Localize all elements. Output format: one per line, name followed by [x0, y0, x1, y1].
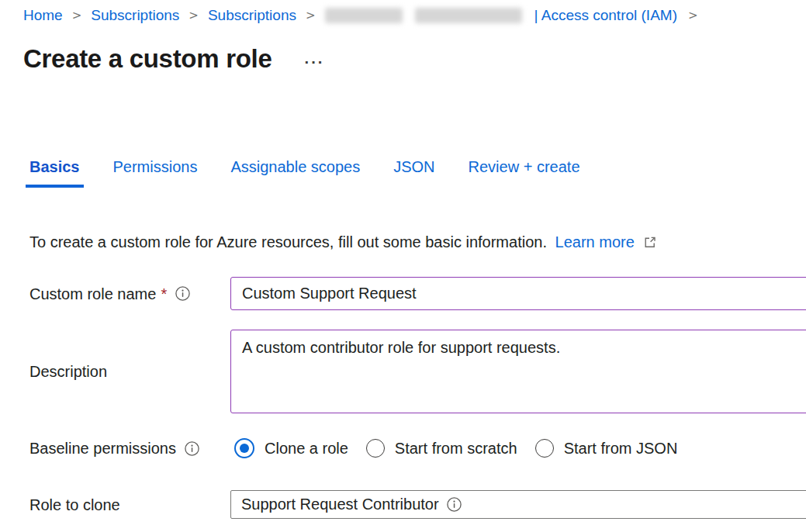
baseline-permissions-row: Baseline permissions Clone a role — [29, 434, 806, 462]
page-header: Create a custom role ··· — [23, 43, 806, 74]
description-textarea[interactable]: A custom contributor role for support re… — [230, 330, 806, 413]
redacted-subscription-name — [415, 8, 522, 23]
role-to-clone-label: Role to clone — [29, 495, 120, 515]
chevron-right-icon: > — [72, 6, 82, 25]
role-to-clone-field: Support Request Contributor — [230, 490, 806, 519]
role-to-clone-value: Support Request Contributor — [241, 496, 439, 513]
breadcrumb-home[interactable]: Home — [23, 6, 63, 25]
description-label-group: Description — [29, 361, 230, 382]
redacted-subscription-name — [325, 8, 403, 23]
radio-label: Clone a role — [265, 440, 348, 458]
tab-basics[interactable]: Basics — [26, 157, 84, 188]
required-asterisk: * — [161, 284, 167, 304]
intro-text: To create a custom role for Azure resour… — [29, 233, 547, 250]
role-to-clone-row: Role to clone Support Request Contributo… — [29, 490, 806, 519]
tab-bar: Basics Permissions Assignable scopes JSO… — [26, 157, 806, 188]
create-custom-role-page: Home > Subscriptions > Subscriptions > |… — [0, 0, 806, 519]
radio-label: Start from scratch — [395, 440, 517, 458]
intro-paragraph: To create a custom role for Azure resour… — [29, 232, 806, 253]
radio-label: Start from JSON — [564, 440, 678, 458]
radio-clone-a-role[interactable]: Clone a role — [234, 438, 348, 458]
description-row: Description A custom contributor role fo… — [29, 330, 806, 413]
chevron-right-icon: > — [688, 6, 698, 25]
learn-more-link[interactable]: Learn more — [555, 233, 635, 250]
breadcrumb: Home > Subscriptions > Subscriptions > |… — [23, 6, 806, 25]
chevron-right-icon: > — [306, 6, 316, 25]
breadcrumb-subscriptions-2[interactable]: Subscriptions — [208, 6, 296, 25]
custom-role-name-label: Custom role name — [29, 284, 156, 304]
description-label: Description — [29, 361, 107, 382]
chevron-right-icon: > — [189, 6, 199, 25]
baseline-permissions-label: Baseline permissions — [29, 438, 176, 458]
radio-start-from-json[interactable]: Start from JSON — [535, 439, 678, 458]
tab-json[interactable]: JSON — [389, 157, 438, 188]
baseline-permissions-field: Clone a role Start from scratch Start fr… — [230, 438, 806, 458]
custom-role-name-input[interactable] — [230, 277, 806, 310]
info-icon[interactable] — [446, 496, 462, 513]
more-options-button[interactable]: ··· — [304, 54, 324, 71]
basics-form: Custom role name * Description A cu — [29, 277, 806, 519]
tab-assignable-scopes[interactable]: Assignable scopes — [227, 157, 364, 188]
radio-unselected-icon — [535, 439, 554, 458]
radio-start-from-scratch[interactable]: Start from scratch — [366, 439, 517, 458]
tab-permissions[interactable]: Permissions — [109, 157, 202, 188]
baseline-permissions-label-group: Baseline permissions — [29, 438, 230, 458]
external-link-icon[interactable] — [643, 236, 656, 249]
page-title: Create a custom role — [23, 43, 272, 74]
radio-unselected-icon — [366, 439, 385, 458]
breadcrumb-subscriptions-1[interactable]: Subscriptions — [91, 6, 179, 25]
custom-role-name-field — [230, 277, 806, 310]
custom-role-name-row: Custom role name * — [29, 277, 806, 310]
description-field: A custom contributor role for support re… — [230, 330, 806, 413]
custom-role-name-label-group: Custom role name * — [29, 284, 230, 304]
info-icon[interactable] — [184, 440, 200, 457]
info-icon[interactable] — [175, 285, 191, 302]
baseline-permissions-radio-group: Clone a role Start from scratch Start fr… — [234, 438, 806, 458]
radio-selected-icon — [234, 438, 254, 458]
tab-review-create[interactable]: Review + create — [465, 157, 584, 188]
role-to-clone-dropdown[interactable]: Support Request Contributor — [230, 490, 806, 519]
breadcrumb-access-control-iam[interactable]: | Access control (IAM) — [534, 6, 677, 25]
role-to-clone-label-group: Role to clone — [29, 495, 230, 515]
